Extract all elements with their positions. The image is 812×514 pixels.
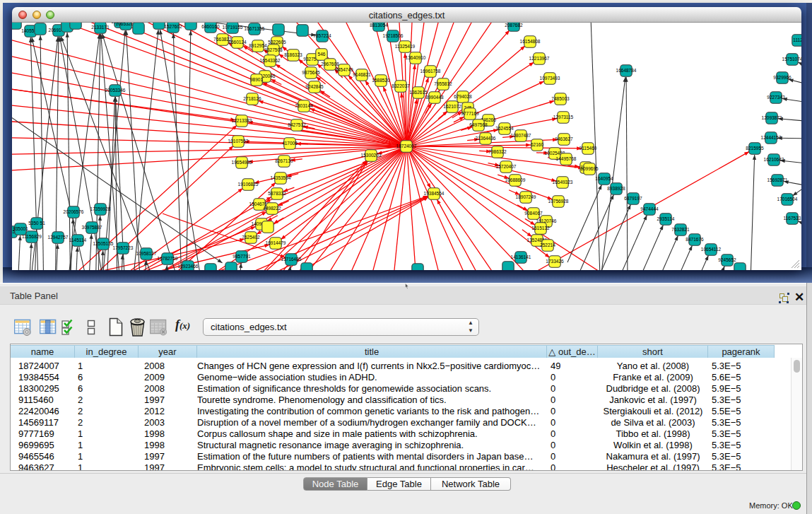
svg-text:417006: 417006: [282, 141, 298, 146]
svg-text:10107553: 10107553: [228, 139, 249, 144]
svg-text:8454749: 8454749: [335, 67, 353, 72]
svg-text:14353594: 14353594: [271, 175, 291, 180]
svg-text:7986322: 7986322: [488, 149, 507, 154]
svg-text:16782759: 16782759: [158, 256, 178, 261]
svg-text:10973493: 10973493: [540, 76, 560, 81]
svg-text:13716485: 13716485: [281, 257, 302, 262]
svg-text:1733426: 1733426: [546, 259, 564, 264]
svg-text:8267130: 8267130: [275, 158, 293, 163]
svg-text:2718126: 2718126: [243, 96, 261, 101]
svg-text:98901: 98901: [250, 77, 263, 82]
svg-text:7803144: 7803144: [295, 103, 313, 108]
svg-text:30975887: 30975887: [82, 225, 102, 230]
svg-text:12923466: 12923466: [178, 264, 199, 269]
svg-text:1527602: 1527602: [164, 24, 182, 29]
svg-text:1362615: 1362615: [409, 90, 428, 95]
svg-text:10807487: 10807487: [511, 133, 531, 138]
svg-text:8215955: 8215955: [746, 146, 764, 151]
svg-text:21364436: 21364436: [476, 136, 496, 141]
svg-text:9245652: 9245652: [718, 257, 736, 262]
svg-text:7625402: 7625402: [242, 235, 260, 240]
svg-text:1640954: 1640954: [595, 176, 613, 181]
svg-text:8186323: 8186323: [284, 52, 302, 57]
svg-text:20206576: 20206576: [64, 209, 84, 214]
svg-text:9329966: 9329966: [773, 75, 792, 80]
svg-text:13640910: 13640910: [406, 55, 426, 60]
svg-text:5878332: 5878332: [268, 191, 286, 196]
svg-text:16549323: 16549323: [553, 180, 573, 185]
svg-text:14136141: 14136141: [511, 255, 531, 259]
svg-text:1145114: 1145114: [69, 238, 87, 243]
svg-text:7632821: 7632821: [671, 227, 690, 232]
svg-text:10719155: 10719155: [223, 25, 243, 30]
svg-text:15720407: 15720407: [496, 164, 517, 169]
svg-text:12213383: 12213383: [232, 118, 252, 123]
svg-text:1621072: 1621072: [443, 104, 461, 109]
svg-text:11156829: 11156829: [22, 234, 42, 239]
svg-text:1167533: 1167533: [784, 216, 801, 221]
svg-text:7955812: 7955812: [434, 81, 452, 86]
svg-text:6460160: 6460160: [201, 24, 220, 29]
svg-text:9463627: 9463627: [555, 136, 573, 141]
svg-text:15751074: 15751074: [782, 57, 801, 62]
svg-text:10688609: 10688609: [505, 177, 526, 182]
svg-text:18724007: 18724007: [396, 144, 417, 148]
svg-text:8990448: 8990448: [425, 95, 444, 100]
svg-text:10654112: 10654112: [701, 247, 722, 252]
svg-text:16154808: 16154808: [520, 39, 541, 44]
svg-text:12505135: 12505135: [93, 241, 114, 246]
svg-text:6497568: 6497568: [469, 122, 488, 127]
svg-text:17016504: 17016504: [777, 197, 798, 201]
svg-text:15692871: 15692871: [767, 177, 788, 182]
svg-text:19106825: 19106825: [238, 182, 259, 187]
svg-text:9777169: 9777169: [461, 111, 479, 116]
svg-text:12444157: 12444157: [761, 135, 782, 140]
svg-text:1588520: 1588520: [372, 78, 390, 83]
svg-text:19384554: 19384554: [424, 191, 445, 196]
svg-text:19654985: 19654985: [232, 160, 252, 165]
svg-text:935001: 935001: [13, 226, 28, 231]
svg-text:2967608: 2967608: [321, 62, 339, 66]
svg-text:16543362: 16543362: [260, 58, 281, 63]
svg-text:9857791: 9857791: [233, 254, 251, 259]
svg-text:6879197: 6879197: [624, 196, 642, 201]
svg-text:8471676: 8471676: [686, 237, 704, 242]
svg-text:18907249: 18907249: [516, 194, 536, 199]
svg-text:17359928: 17359928: [90, 206, 111, 211]
svg-text:11325419: 11325419: [395, 44, 416, 49]
svg-text:10958127: 10958127: [136, 251, 157, 256]
svg-text:16648784: 16648784: [616, 68, 637, 73]
svg-text:10756928: 10756928: [548, 199, 569, 204]
svg-text:9115460: 9115460: [579, 146, 597, 151]
svg-text:12942757: 12942757: [48, 235, 69, 240]
svg-text:8322037: 8322037: [392, 83, 410, 88]
svg-text:252214: 252214: [540, 243, 555, 247]
svg-text:19218506: 19218506: [383, 33, 404, 38]
svg-text:62160: 62160: [531, 142, 543, 147]
svg-text:5350 51: 5350 51: [28, 221, 45, 226]
svg-text:2133171: 2133171: [91, 25, 110, 30]
svg-text:17957223: 17957223: [113, 245, 134, 250]
svg-text:2935114: 2935114: [657, 216, 675, 221]
svg-text:3624554: 3624554: [495, 126, 514, 131]
svg-text:8427512: 8427512: [288, 122, 306, 127]
svg-text:7857224: 7857224: [313, 33, 331, 38]
svg-text:14495768: 14495768: [556, 156, 577, 161]
svg-text:9474444: 9474444: [640, 206, 659, 211]
svg-text:9327508: 9327508: [264, 47, 283, 52]
svg-text:1112: 1112: [793, 37, 801, 42]
svg-text:8938928: 8938928: [607, 186, 625, 191]
svg-text:16210643: 16210643: [764, 157, 784, 162]
svg-text:12213967: 12213967: [529, 56, 550, 61]
svg-text:9146821: 9146821: [353, 72, 371, 77]
svg-text:6099695: 6099695: [580, 166, 599, 171]
svg-text:20053346: 20053346: [105, 88, 126, 93]
svg-text:6794028: 6794028: [454, 94, 472, 99]
svg-text:2087682: 2087682: [505, 23, 523, 28]
svg-text:9084067: 9084067: [524, 211, 543, 216]
svg-text:1615132: 1615132: [531, 226, 550, 230]
svg-text:16961758: 16961758: [420, 69, 441, 74]
svg-text:546: 546: [318, 52, 326, 57]
svg-text:9227343: 9227343: [767, 95, 785, 100]
svg-text:8813054: 8813054: [370, 23, 388, 28]
